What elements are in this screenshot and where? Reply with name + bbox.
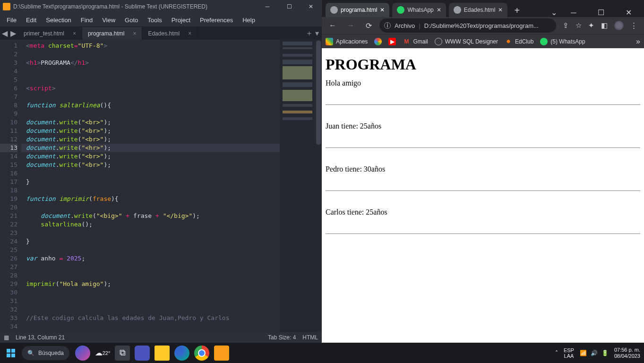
gmail-icon: M: [403, 38, 410, 45]
tab-close-icon[interactable]: ✕: [437, 7, 441, 13]
bookmark-whatsapp[interactable]: (5) WhatsApp: [540, 38, 585, 45]
chrome-menu-icon[interactable]: ⋮: [630, 21, 637, 30]
tab-menu-icon[interactable]: ▾: [315, 29, 319, 38]
tab-close-icon[interactable]: ×: [188, 30, 191, 37]
bookmark-star-icon[interactable]: ☆: [575, 21, 582, 30]
scrollbar[interactable]: [315, 40, 322, 332]
minimap[interactable]: [280, 40, 315, 332]
chrome-minimize-button[interactable]: ─: [563, 9, 584, 17]
page-line: Juan tiene: 25años: [326, 122, 640, 130]
chevron-down-icon[interactable]: ⌄: [551, 8, 557, 17]
windows-logo-icon: [7, 349, 15, 357]
tab-history-back-icon[interactable]: ◀: [2, 29, 8, 38]
tab-label: programa.html: [341, 7, 377, 13]
back-button[interactable]: ←: [326, 18, 340, 33]
menu-project[interactable]: Project: [167, 15, 195, 26]
taskbar-search[interactable]: 🔍 Búsqueda: [22, 346, 69, 360]
site-info-icon[interactable]: i: [384, 22, 391, 29]
status-cursor: Line 13, Column 21: [16, 334, 65, 341]
forward-button[interactable]: →: [343, 18, 358, 33]
sublime-tabs: ◀ ▶ primer_test.html × programa.html × E…: [0, 26, 322, 40]
chrome-maximize-button[interactable]: ☐: [590, 8, 612, 17]
tab-close-icon[interactable]: ×: [133, 30, 136, 37]
status-lang[interactable]: HTML: [302, 334, 318, 341]
taskbar-teams-icon[interactable]: [135, 346, 150, 361]
taskbar-sublime-icon[interactable]: [214, 346, 229, 361]
tab-primer-test[interactable]: primer_test.html ×: [18, 27, 82, 40]
chrome-window: programa.html ✕ WhatsApp ✕ Edades.html ✕…: [322, 0, 644, 343]
menu-goto[interactable]: Goto: [120, 15, 143, 26]
profile-avatar-icon[interactable]: [614, 21, 624, 30]
scrollbar-thumb[interactable]: [316, 41, 321, 145]
bookmark-label: WWW SQL Designer: [445, 38, 498, 45]
tab-programa[interactable]: programa.html ×: [82, 27, 142, 40]
chrome-toolbar: ← → ⟳ i Archivo | D:/Sublime%20Text/prog…: [322, 17, 644, 34]
status-tabsize[interactable]: Tab Size: 4: [268, 334, 296, 341]
taskbar-chrome-icon[interactable]: [194, 346, 209, 361]
close-button[interactable]: ✕: [300, 0, 322, 13]
tab-close-icon[interactable]: ×: [73, 30, 76, 37]
bookmark-gmail[interactable]: M Gmail: [403, 38, 428, 45]
code-editor[interactable]: <meta charset="UTF-8"><h1>PROGRAMA</h1><…: [21, 40, 280, 332]
tray-chevron-up-icon[interactable]: ˄: [555, 350, 558, 356]
bookmark-photos[interactable]: [374, 38, 382, 45]
reload-button[interactable]: ⟳: [361, 18, 376, 33]
tab-label: Edades.html: [464, 7, 496, 13]
bookmark-youtube[interactable]: ▶: [388, 38, 396, 45]
lang-line2: LAA: [564, 353, 574, 359]
omnibox[interactable]: i Archivo | D:/Sublime%20Text/programas/…: [379, 18, 556, 33]
tab-history-fwd-icon[interactable]: ▶: [10, 29, 16, 38]
menu-preferences[interactable]: Preferences: [195, 15, 238, 26]
tab-close-icon[interactable]: ✕: [380, 7, 385, 13]
menu-tools[interactable]: Tools: [143, 15, 166, 26]
status-grid-icon[interactable]: ▦: [4, 334, 9, 341]
start-button[interactable]: [0, 343, 22, 363]
browser-viewport[interactable]: PROGRAMA Hola amigo Juan tiene: 25años P…: [322, 48, 644, 343]
tab-edades[interactable]: Edades.html ×: [142, 27, 197, 40]
window-controls: ─ ☐ ✕: [257, 0, 322, 13]
menu-view[interactable]: View: [97, 15, 120, 26]
taskbar-taskview-icon[interactable]: ⧉: [115, 346, 130, 361]
menu-edit[interactable]: Edit: [21, 15, 41, 26]
edclub-icon: ✸: [505, 38, 512, 45]
wifi-icon[interactable]: 📶: [580, 350, 587, 356]
extensions-icon[interactable]: ✦: [588, 21, 594, 30]
taskbar-copilot-icon[interactable]: [75, 346, 90, 361]
maximize-button[interactable]: ☐: [278, 0, 300, 13]
menu-file[interactable]: File: [2, 15, 21, 26]
tab-close-icon[interactable]: ✕: [498, 7, 503, 13]
taskbar-explorer-icon[interactable]: [155, 346, 170, 361]
bookmark-sql-designer[interactable]: WWW SQL Designer: [435, 38, 498, 45]
sublime-logo-icon: [3, 3, 10, 10]
tab-label: WhatsApp: [407, 7, 433, 13]
tray-clock[interactable]: 07:56 p. m. 08/04/2023: [614, 347, 640, 359]
sublime-titlebar[interactable]: D:\Sublime Text\programas\programa.html …: [0, 0, 322, 13]
globe-icon: [435, 38, 442, 45]
bookmark-aplicaciones[interactable]: Aplicaciones: [326, 38, 368, 45]
sidepanel-icon[interactable]: ◧: [601, 21, 608, 30]
new-tab-button[interactable]: +: [510, 4, 524, 17]
chrome-tab-programa[interactable]: programa.html ✕: [326, 3, 389, 17]
bookmark-edclub[interactable]: ✸ EdClub: [505, 38, 533, 45]
chrome-close-button[interactable]: ✕: [618, 8, 639, 17]
windows-taskbar: 🔍 Búsqueda ☁22° ⧉ ˄ ESP LAA 📶 🔊 🔋 07:56 …: [0, 343, 644, 363]
chrome-tab-edades[interactable]: Edades.html ✕: [449, 3, 508, 17]
battery-icon[interactable]: 🔋: [601, 350, 609, 356]
taskbar-edge-icon[interactable]: [174, 346, 189, 361]
menu-find[interactable]: Find: [76, 15, 97, 26]
tray-language[interactable]: ESP LAA: [564, 347, 574, 359]
volume-icon[interactable]: 🔊: [591, 350, 598, 356]
taskbar-pinned-apps: ☁22° ⧉: [75, 346, 229, 361]
menu-selection[interactable]: Selection: [41, 15, 76, 26]
share-icon[interactable]: ⇪: [563, 21, 569, 30]
sublime-title: D:\Sublime Text\programas\programa.html …: [13, 3, 257, 10]
chrome-tab-whatsapp[interactable]: WhatsApp ✕: [392, 3, 446, 17]
tab-new-icon[interactable]: +: [307, 29, 311, 38]
chrome-top: programa.html ✕ WhatsApp ✕ Edades.html ✕…: [322, 0, 644, 48]
taskbar-weather[interactable]: ☁22°: [95, 346, 110, 361]
minimize-button[interactable]: ─: [257, 0, 278, 13]
page-hr: [326, 233, 640, 234]
menu-help[interactable]: Help: [238, 15, 260, 26]
page-heading: PROGRAMA: [326, 56, 640, 73]
bookmarks-overflow-icon[interactable]: »: [636, 37, 640, 46]
